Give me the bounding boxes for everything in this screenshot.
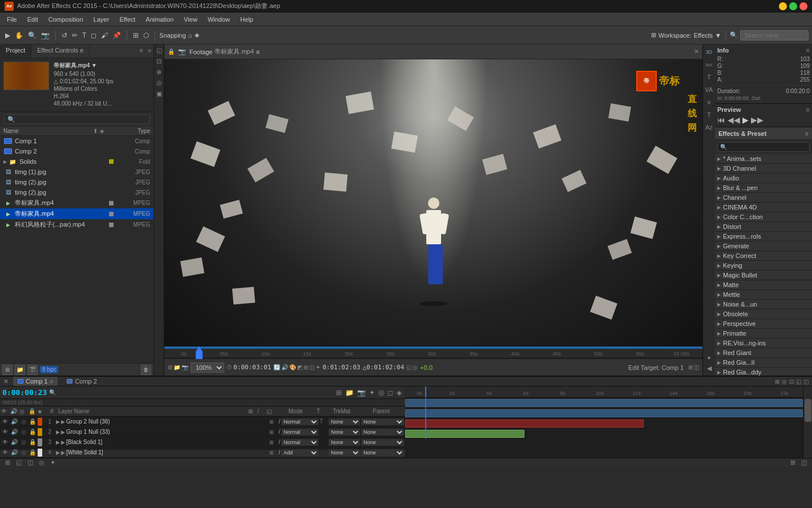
layer-audio-2[interactable]: 🔊 (10, 429, 18, 435)
right-icon-2[interactable]: VA (704, 84, 714, 95)
layer-visibility-3[interactable]: 👁 (1, 438, 9, 446)
menu-help[interactable]: Help (236, 15, 258, 24)
layer-expand-arrow-2[interactable]: ▶ (56, 429, 60, 435)
mask-tool[interactable]: ⊞ (131, 30, 140, 41)
effect-group-redgiant[interactable]: ▶ Red Giant (715, 348, 812, 358)
menu-effect[interactable]: Effect (115, 15, 140, 24)
rotate-tool[interactable]: ↺ (60, 30, 69, 41)
track-clip-3[interactable] (405, 420, 644, 428)
layer-switch-4[interactable]: ⊞ (269, 450, 277, 455)
effect-group-mettle[interactable]: ▶ Mettle (715, 290, 812, 300)
effect-group-obsolete[interactable]: ▶ Obsolete (715, 309, 812, 319)
effect-group-redgiant2[interactable]: ▶ Red Gia...II (715, 358, 812, 368)
layer-trkmat-1[interactable]: None (329, 418, 360, 425)
pin-tool[interactable]: 📌 (111, 30, 123, 41)
right-icon-4[interactable]: T (704, 110, 714, 120)
paint-tool[interactable]: 🖌 (99, 30, 110, 41)
effect-group-magic[interactable]: ▶ Magic Bullet (715, 271, 812, 280)
layer-mode-1[interactable]: Normal (281, 418, 318, 425)
icon-3[interactable]: ⊕ (156, 68, 161, 76)
new-item-button[interactable]: ⊞ (2, 365, 13, 375)
layer-audio-1[interactable]: 🔊 (10, 418, 18, 425)
effect-group-audio[interactable]: ▶ Audio (715, 174, 812, 183)
tl-camera[interactable]: 📷 (356, 388, 367, 398)
layer-parent-2[interactable]: None (361, 429, 404, 436)
effects-panel-menu[interactable]: ≡ (805, 130, 809, 137)
layer-switch-2[interactable]: ⊞ (269, 429, 277, 435)
table-row[interactable]: 👁 🔊 ◎ 🔒 1 ▶ ▶ Group 2 Null (38) ⊞ / Norm… (0, 417, 405, 427)
maximize-button[interactable] (789, 2, 797, 10)
effect-group-perspective[interactable]: ▶ Perspective (715, 319, 812, 329)
icon-bottom-1[interactable]: ⊞ (688, 364, 693, 370)
comp1-tab-menu[interactable]: ≡ (50, 378, 54, 385)
tl-bottom-btn-right-1[interactable]: ⊞ (789, 458, 797, 467)
open-folder-button[interactable]: 📁 (15, 365, 25, 375)
table-row[interactable]: 👁 🔊 ◎ 🔒 3 ▶ ▶ [Black Solid 1] ⊞ / Normal… (0, 437, 405, 447)
project-search-input[interactable] (3, 114, 150, 124)
viewer-panel-close[interactable]: ✕ (694, 48, 699, 55)
effect-group-noise[interactable]: ▶ Noise &...un (715, 300, 812, 309)
effect-group-3dchannel[interactable]: ▶ 3D Channel (715, 164, 812, 174)
tl-bottom-btn-right-2[interactable]: ◫ (799, 458, 809, 467)
menu-file[interactable]: File (2, 15, 22, 24)
layer-expand-tri-4[interactable]: ▶ (61, 450, 65, 455)
comp2-tab[interactable]: Comp 2 (62, 377, 102, 386)
layer-mode-3[interactable]: Normal (281, 439, 318, 446)
menu-layer[interactable]: Layer (89, 15, 114, 24)
layer-visibility-4[interactable]: 👁 (1, 449, 9, 457)
layer-expand-arrow-3[interactable]: ▶ (56, 440, 60, 445)
track-clip-4[interactable] (405, 430, 524, 438)
panel-menu-icon[interactable]: ≡ (137, 45, 145, 58)
tl-icon-5[interactable]: ◫ (803, 378, 809, 385)
tl-adj[interactable]: ◈ (395, 388, 403, 398)
list-item[interactable]: ▶ 📁 Solids Fold (0, 156, 153, 167)
effect-group-primatte[interactable]: ▶ Primatte (715, 329, 812, 338)
list-item[interactable]: 🖼 timg (2).jpg JPEG (0, 177, 153, 187)
layer-visibility-1[interactable]: 👁 (1, 418, 9, 426)
hand-tool[interactable]: ✋ (13, 30, 25, 41)
layer-solo-4[interactable]: ◎ (19, 449, 27, 455)
icon-4[interactable]: ◎ (156, 79, 162, 87)
info-panel-menu[interactable]: ≡ (806, 47, 810, 54)
layer-parent-3[interactable]: None (361, 439, 404, 446)
layer-lock-2[interactable]: 🔒 (29, 429, 37, 435)
scrollbar-thumb[interactable] (805, 399, 811, 422)
list-item[interactable]: Comp 1 Comp (0, 136, 153, 146)
layer-audio-3[interactable]: 🔊 (10, 439, 18, 445)
shape-tool[interactable]: ◻ (89, 30, 98, 41)
list-item[interactable]: 🖼 timg (1).jpg JPEG (0, 167, 153, 177)
icon-expose[interactable]: ✦ (316, 364, 320, 370)
viewer-lock-icon[interactable]: 🔒 (168, 49, 175, 55)
pen-tool[interactable]: ✏ (70, 30, 79, 41)
tl-folder[interactable]: 📁 (344, 388, 355, 398)
icon-grid2[interactable]: ⊞ (304, 364, 308, 370)
preview-panel-menu[interactable]: ≡ (806, 106, 810, 113)
tl-light[interactable]: ✦ (368, 388, 376, 398)
footage-tab[interactable]: Footage 帝标家具.mp4 ≡ (189, 47, 260, 56)
menu-view[interactable]: View (179, 15, 202, 24)
icon-bottom-2[interactable]: ◫ (694, 364, 699, 370)
snapping-icon[interactable]: ◈ (195, 31, 199, 39)
icon-snap[interactable]: ◱ (406, 364, 411, 370)
workspace-dropdown-icon[interactable]: ▼ (715, 32, 721, 39)
layer-lock-1[interactable]: 🔒 (29, 418, 37, 425)
layer-expand-tri-2[interactable]: ▶ (61, 429, 65, 435)
camera-tool[interactable]: 📷 (39, 30, 51, 41)
layer-solo-1[interactable]: ◎ (19, 418, 27, 425)
right-icon-1[interactable]: T (704, 72, 714, 82)
layer-trkmat-2[interactable]: None (329, 429, 360, 436)
layer-expand-arrow-4[interactable]: ▶ (56, 450, 60, 455)
icon-region[interactable]: ◫ (309, 364, 314, 370)
layer-expand-tri-1[interactable]: ▶ (61, 419, 65, 425)
effect-group-keying[interactable]: ▶ Keying (715, 261, 812, 271)
layer-trkmat-4[interactable]: None (329, 449, 360, 456)
layer-parent-4[interactable]: None (361, 449, 404, 456)
layer-solo-3[interactable]: ◎ (19, 439, 27, 445)
menu-animation[interactable]: Animation (141, 15, 178, 24)
menu-edit[interactable]: Edit (23, 15, 43, 24)
effects-search-input[interactable] (717, 142, 810, 152)
icon-alpha[interactable]: ◩ (297, 364, 302, 370)
timeline-scrollbar[interactable] (803, 386, 812, 458)
effect-group-distort[interactable]: ▶ Distort (715, 222, 812, 232)
menu-window[interactable]: Window (203, 15, 235, 24)
